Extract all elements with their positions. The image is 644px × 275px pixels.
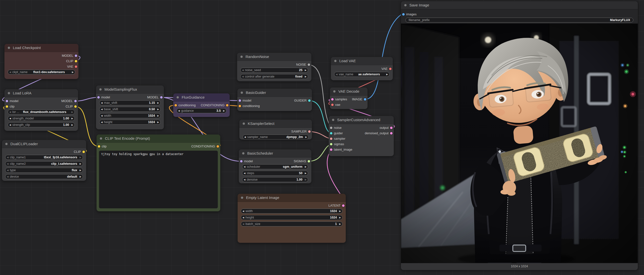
node-header[interactable]: ModelSamplingFlux	[96, 86, 164, 93]
chevron-left-icon[interactable]: ◀	[6, 169, 10, 171]
widget-vae-name[interactable]: ◀ vae_nameae.safetensors ▶	[334, 72, 390, 77]
chevron-left-icon[interactable]: ◀	[100, 114, 104, 117]
output-port-vae[interactable]: VAE	[4, 64, 78, 69]
chevron-right-icon[interactable]: ▶	[70, 111, 74, 113]
node-header[interactable]: Load VAE	[331, 57, 393, 65]
output-port-clip[interactable]: CLIP	[4, 104, 78, 109]
widget-control-after-generate[interactable]: ◀ control after generatefixed ▶	[240, 74, 308, 79]
port-dot-icon[interactable]	[389, 68, 392, 70]
graph-canvas[interactable]: Load CheckpointMODEL CLIP VAE ◀ ckpt_nam…	[0, 0, 644, 275]
chevron-right-icon[interactable]: ▶	[222, 110, 226, 112]
node-header[interactable]: Empty Latent Image	[238, 194, 346, 202]
chevron-right-icon[interactable]: ▶	[304, 69, 308, 71]
chevron-left-icon[interactable]: ◀	[242, 172, 247, 174]
chevron-right-icon[interactable]: ▶	[156, 121, 160, 123]
chevron-right-icon[interactable]: ▶	[304, 178, 308, 181]
chevron-left-icon[interactable]: ◀	[241, 223, 246, 225]
chevron-right-icon[interactable]: ▶	[156, 114, 160, 117]
chevron-left-icon[interactable]: ◀	[100, 108, 104, 111]
port-dot-icon[interactable]	[308, 63, 310, 66]
output-port-conditioning[interactable]: CONDITIONING	[173, 103, 230, 108]
input-port-vae[interactable]: vae	[330, 103, 340, 107]
widget-ckpt-name[interactable]: ◀ ckpt_nameflux1-dev.safetensors ▶	[8, 70, 75, 75]
node-modelsamplingflux[interactable]: ModelSamplingFlux modelMODEL ◀ max_shift…	[96, 86, 164, 129]
node-header[interactable]: SamplerCustomAdvanced	[329, 116, 394, 124]
node-save-image[interactable]: Save Image images filename_prefix Markur…	[401, 1, 638, 270]
port-dot-icon[interactable]	[330, 148, 332, 151]
chevron-left-icon[interactable]: ◀	[100, 102, 104, 104]
widget-guidance[interactable]: ◀ guidance3.5 ▶	[176, 108, 226, 113]
chevron-left-icon[interactable]: ◀	[100, 121, 104, 123]
chevron-right-icon[interactable]: ▶	[78, 156, 83, 159]
node-randomnoise[interactable]: RandomNoiseNOISE ◀ noise_seed25 ▶◀ contr…	[237, 53, 311, 81]
output-port-conditioning[interactable]: CONDITIONING	[96, 144, 220, 149]
port-dot-icon[interactable]	[308, 130, 310, 133]
chevron-right-icon[interactable]: ▶	[304, 136, 308, 138]
widget-filename-prefix[interactable]: filename_prefix MarkuryFLUX	[406, 18, 633, 23]
chevron-right-icon[interactable]: ▶	[156, 102, 160, 104]
widget-height[interactable]: ◀ height1024 ▶	[241, 215, 342, 220]
node-vae-decode[interactable]: VAE Decode samples vaeIMAGE	[330, 88, 368, 109]
output-port-vae[interactable]: VAE	[331, 67, 393, 71]
node-empty-latent-image[interactable]: Empty Latent ImageLATENT ◀ width1024 ▶◀ …	[238, 194, 346, 243]
chevron-left-icon[interactable]: ◀	[6, 162, 10, 165]
node-header[interactable]: VAE Decode	[330, 88, 368, 95]
collapse-dot-icon[interactable]	[241, 196, 243, 199]
node-header[interactable]: Load LoRA	[4, 89, 78, 97]
chevron-left-icon[interactable]: ◀	[8, 117, 12, 120]
chevron-left-icon[interactable]: ◀	[6, 175, 10, 178]
output-port-denoised-output[interactable]: denoised_output	[329, 131, 394, 136]
port-dot-icon[interactable]	[74, 100, 77, 102]
port-dot-icon[interactable]	[75, 60, 77, 63]
port-dot-icon[interactable]	[226, 104, 228, 107]
node-header[interactable]: DualCLIPLoader	[2, 140, 86, 148]
chevron-right-icon[interactable]: ▶	[78, 169, 83, 171]
collapse-dot-icon[interactable]	[242, 122, 245, 125]
output-port-latent[interactable]: LATENT	[238, 203, 346, 208]
widget-sampler-name[interactable]: ◀ sampler_namedpmpp_2m ▶	[242, 135, 309, 139]
node-basicguider[interactable]: BasicGuider model conditioningGUIDER	[237, 89, 312, 111]
chevron-left-icon[interactable]: ◀	[242, 165, 247, 168]
chevron-left-icon[interactable]: ◀	[242, 178, 247, 181]
output-port-model[interactable]: MODEL	[96, 95, 164, 100]
node-header[interactable]: FluxGuidance	[173, 93, 230, 101]
node-header[interactable]: CLIP Text Encode (Prompt)	[96, 135, 220, 142]
port-dot-icon[interactable]	[390, 132, 392, 135]
chevron-right-icon[interactable]: ▶	[78, 162, 83, 165]
port-dot-icon[interactable]	[342, 204, 344, 207]
chevron-right-icon[interactable]: ▶	[304, 172, 308, 174]
widget-steps[interactable]: ◀ steps50 ▶	[242, 171, 308, 176]
chevron-right-icon[interactable]: ▶	[70, 124, 74, 126]
chevron-left-icon[interactable]: ◀	[243, 136, 247, 138]
chevron-right-icon[interactable]: ▶	[338, 210, 342, 212]
input-port-latent-image[interactable]: latent_image	[329, 147, 352, 152]
widget-strength-clip[interactable]: ◀ strength_clip1.00 ▶	[8, 122, 75, 127]
port-dot-icon[interactable]	[75, 65, 77, 68]
chevron-right-icon[interactable]: ▶	[385, 73, 389, 76]
node-samplercustomadvanced[interactable]: SamplerCustomAdvanced noise guider sampl…	[329, 116, 394, 156]
chevron-right-icon[interactable]: ▶	[304, 75, 308, 78]
output-port-image[interactable]: IMAGE	[330, 97, 368, 102]
widget-clip-name1[interactable]: ◀ clip_name1t5xxl_fp16.safetensors ▶	[5, 155, 83, 160]
node-load-lora[interactable]: Load LoRA model clipMODEL CLIP ◀ lor ...…	[4, 89, 78, 131]
node-header[interactable]: BasicScheduler	[239, 149, 311, 157]
node-basicscheduler[interactable]: BasicScheduler modelSIGMAS ◀ schedulersg…	[239, 149, 311, 183]
widget-device[interactable]: ◀ devicedefault ▶	[5, 174, 83, 179]
output-port-model[interactable]: MODEL	[4, 54, 78, 58]
port-dot-icon[interactable]	[74, 105, 77, 108]
collapse-dot-icon[interactable]	[8, 47, 10, 49]
port-dot-icon[interactable]	[238, 105, 241, 107]
chevron-right-icon[interactable]: ▶	[70, 117, 74, 120]
collapse-dot-icon[interactable]	[100, 137, 102, 140]
port-dot-icon[interactable]	[330, 138, 332, 140]
chevron-left-icon[interactable]: ◀	[6, 156, 10, 159]
chevron-right-icon[interactable]: ▶	[156, 108, 160, 111]
widget-scheduler[interactable]: ◀ schedulersgm_uniform ▶	[242, 164, 308, 169]
widget-max-shift[interactable]: ◀ max_shift1.15 ▶	[99, 100, 161, 105]
node-header[interactable]: Load Checkpoint	[4, 44, 78, 52]
collapse-dot-icon[interactable]	[333, 90, 336, 93]
node-dualcliploader[interactable]: DualCLIPLoaderCLIP ◀ clip_name1t5xxl_fp1…	[2, 140, 86, 181]
widget-width[interactable]: ◀ width1024 ▶	[99, 113, 161, 118]
collapse-dot-icon[interactable]	[332, 119, 334, 121]
output-port-model[interactable]: MODEL	[4, 99, 78, 103]
